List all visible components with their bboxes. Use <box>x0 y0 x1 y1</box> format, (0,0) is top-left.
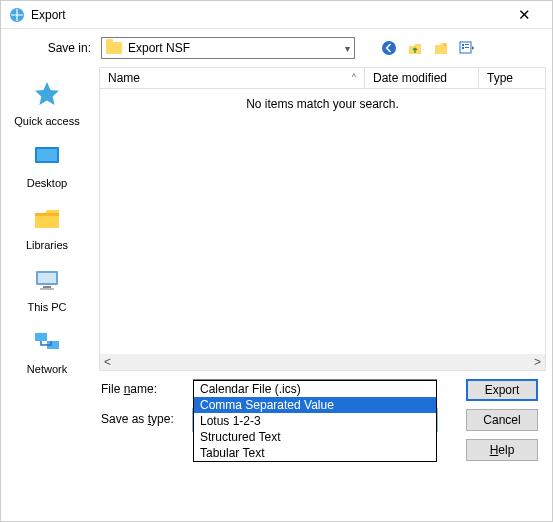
pc-icon <box>31 265 63 297</box>
place-desktop[interactable]: Desktop <box>7 141 87 197</box>
place-label: Network <box>27 363 67 375</box>
column-type[interactable]: Type <box>479 68 545 88</box>
save-in-dropdown[interactable]: Export NSF ▾ <box>101 37 355 59</box>
chevron-down-icon: ▾ <box>345 43 350 54</box>
close-button[interactable]: ✕ <box>504 6 544 24</box>
scroll-left-icon[interactable]: < <box>100 355 115 369</box>
svg-rect-6 <box>465 47 469 48</box>
savetype-option[interactable]: Lotus 1-2-3 <box>194 413 436 429</box>
empty-message: No items match your search. <box>100 89 545 111</box>
savetype-option[interactable]: Comma Separated Value <box>194 397 436 413</box>
column-name[interactable]: Name <box>100 68 365 88</box>
svg-rect-5 <box>465 44 469 45</box>
app-icon <box>9 7 25 23</box>
cancel-button[interactable]: Cancel <box>466 409 538 431</box>
window-title: Export <box>31 8 504 22</box>
place-this-pc[interactable]: This PC <box>7 265 87 321</box>
svg-rect-13 <box>40 288 54 290</box>
svg-rect-14 <box>35 333 47 341</box>
horizontal-scrollbar[interactable]: < > <box>100 354 545 370</box>
back-icon[interactable] <box>379 38 399 58</box>
place-label: This PC <box>27 301 66 313</box>
savetype-options-list[interactable]: Calendar File (.ics) Comma Separated Val… <box>193 380 437 462</box>
save-in-value: Export NSF <box>128 41 345 55</box>
filename-label: File name: <box>101 379 193 396</box>
libraries-icon <box>31 203 63 235</box>
svg-point-1 <box>382 41 396 55</box>
savetype-option[interactable]: Calendar File (.ics) <box>194 381 436 397</box>
place-label: Desktop <box>27 177 67 189</box>
scroll-right-icon[interactable]: > <box>530 355 545 369</box>
star-icon <box>31 79 63 111</box>
folder-icon <box>106 42 122 54</box>
place-label: Libraries <box>26 239 68 251</box>
savetype-option[interactable]: Structured Text <box>194 429 436 445</box>
network-icon <box>31 327 63 359</box>
svg-rect-8 <box>37 149 57 161</box>
svg-rect-12 <box>43 286 51 288</box>
places-bar: Quick access Desktop Libraries This PC N… <box>1 67 93 371</box>
view-menu-icon[interactable] <box>457 38 477 58</box>
savetype-label: Save as type: <box>101 409 193 426</box>
svg-rect-11 <box>38 273 56 283</box>
save-in-label: Save in: <box>41 41 91 55</box>
savetype-option[interactable]: Tabular Text <box>194 445 436 461</box>
export-button[interactable]: Export <box>466 379 538 401</box>
new-folder-icon[interactable] <box>431 38 451 58</box>
svg-rect-3 <box>462 44 464 46</box>
place-quick-access[interactable]: Quick access <box>7 79 87 135</box>
svg-rect-4 <box>462 47 464 49</box>
help-button[interactable]: Help <box>466 439 538 461</box>
desktop-icon <box>31 141 63 173</box>
up-icon[interactable] <box>405 38 425 58</box>
column-headers: Name Date modified Type <box>99 67 546 89</box>
svg-rect-9 <box>35 213 59 216</box>
place-label: Quick access <box>14 115 79 127</box>
file-list: No items match your search. < > <box>99 89 546 371</box>
column-date[interactable]: Date modified <box>365 68 479 88</box>
place-libraries[interactable]: Libraries <box>7 203 87 259</box>
place-network[interactable]: Network <box>7 327 87 383</box>
